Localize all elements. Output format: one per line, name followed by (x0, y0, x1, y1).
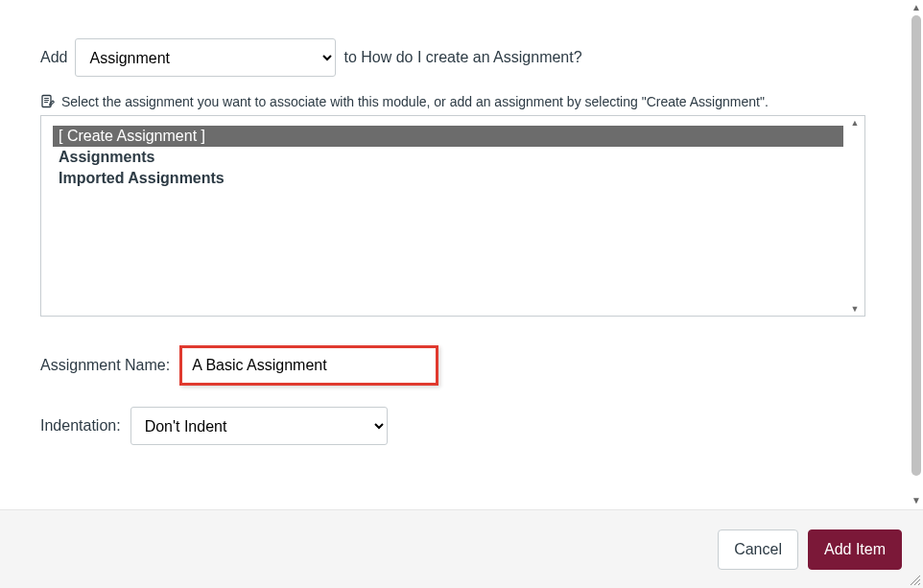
dialog-body: Add Assignment to How do I create an Ass… (0, 0, 910, 509)
assignment-listbox[interactable]: [ Create Assignment ] Assignments Import… (40, 115, 865, 317)
item-type-select[interactable]: Assignment (75, 38, 336, 77)
dialog-footer: Cancel Add Item (0, 509, 923, 588)
assignment-icon (40, 94, 56, 109)
assignment-name-row: Assignment Name: (40, 345, 869, 386)
dialog-scroll-up-icon[interactable]: ▲ (911, 2, 921, 12)
assignment-name-input[interactable] (179, 345, 438, 386)
add-label: Add (40, 49, 67, 66)
add-type-row: Add Assignment to How do I create an Ass… (40, 38, 869, 77)
listbox-group: Assignments (53, 147, 843, 168)
svg-line-3 (918, 583, 920, 585)
resize-grip-icon[interactable] (908, 573, 921, 586)
helper-text: Select the assignment you want to associ… (61, 94, 769, 109)
indentation-select[interactable]: Don't Indent (130, 407, 388, 445)
scroll-down-icon[interactable]: ▼ (847, 304, 863, 314)
listbox-group: Imported Assignments (53, 168, 843, 189)
indentation-label: Indentation: (40, 417, 121, 435)
helper-row: Select the assignment you want to associ… (40, 94, 869, 109)
listbox-scrollbar[interactable]: ▲ ▼ (847, 118, 863, 314)
dialog-scroll-thumb[interactable] (911, 15, 921, 476)
assignment-name-label: Assignment Name: (40, 357, 170, 374)
indentation-row: Indentation: Don't Indent (40, 407, 869, 445)
dialog-scroll-down-icon[interactable]: ▼ (911, 495, 921, 506)
listbox-inner: [ Create Assignment ] Assignments Import… (53, 126, 843, 306)
listbox-option-create-assignment[interactable]: [ Create Assignment ] (53, 126, 843, 147)
scroll-up-icon[interactable]: ▲ (847, 118, 863, 128)
add-suffix-label: to How do I create an Assignment? (343, 49, 581, 66)
cancel-button[interactable]: Cancel (718, 529, 798, 570)
add-item-button[interactable]: Add Item (808, 529, 902, 570)
